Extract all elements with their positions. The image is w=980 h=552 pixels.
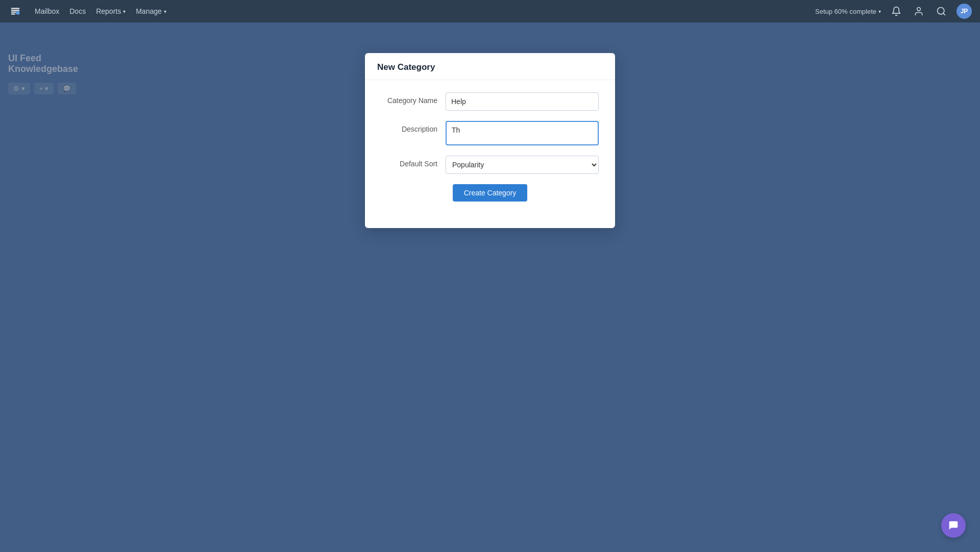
default-sort-select[interactable]: Popularity Date Alphabetical [446,156,599,174]
top-navigation: Mailbox Docs Reports Manage Setup 60% co… [0,0,980,22]
nav-right: Setup 60% complete JP [815,4,972,19]
description-input[interactable]: Th [446,121,599,145]
nav-docs[interactable]: Docs [69,7,86,15]
nav-manage[interactable]: Manage [136,7,166,15]
modal-body: Category Name Description Th Default Sor… [365,80,615,228]
modal-header: New Category [365,53,615,80]
nav-reports[interactable]: Reports [96,7,126,15]
svg-line-3 [943,13,945,15]
modal-title: New Category [377,62,603,72]
chat-button[interactable] [941,513,966,538]
description-row: Description Th [381,121,599,145]
default-sort-label: Default Sort [381,156,437,168]
new-category-modal: New Category Category Name Description T… [365,53,615,228]
avatar[interactable]: JP [957,4,972,19]
category-name-row: Category Name [381,92,599,111]
nav-mailbox[interactable]: Mailbox [35,7,59,15]
svg-rect-0 [16,11,19,14]
account-icon[interactable] [912,4,926,18]
category-name-label: Category Name [381,92,437,105]
search-icon[interactable] [934,4,948,18]
category-name-input[interactable] [446,92,599,111]
app-logo[interactable] [8,4,22,18]
create-category-button[interactable]: Create Category [453,184,528,202]
svg-point-1 [917,8,921,11]
notifications-icon[interactable] [889,4,903,18]
modal-overlay: New Category Category Name Description T… [0,22,980,552]
modal-footer: Create Category [381,184,599,214]
setup-progress[interactable]: Setup 60% complete [815,8,881,15]
description-label: Description [381,121,437,133]
nav-links: Mailbox Docs Reports Manage [35,7,803,15]
default-sort-row: Default Sort Popularity Date Alphabetica… [381,156,599,174]
